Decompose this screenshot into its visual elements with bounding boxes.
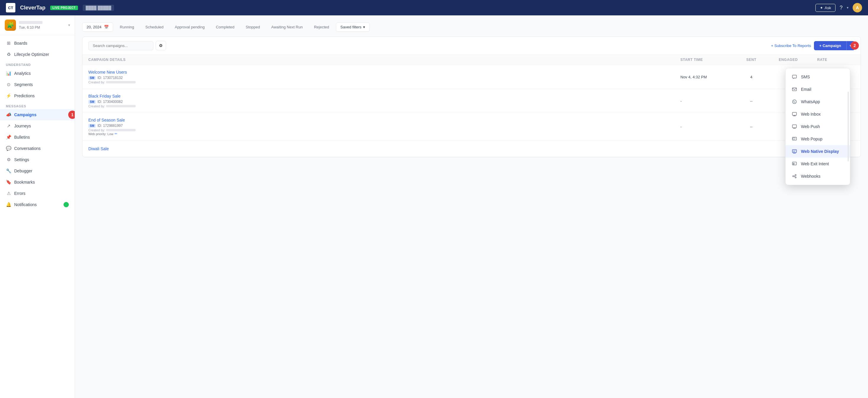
col-actions (837, 58, 855, 62)
debugger-label: Debugger (14, 169, 32, 173)
dropdown-item-web-popup[interactable]: Web Popup (785, 133, 850, 145)
dropdown-item-email[interactable]: Email (785, 83, 850, 95)
sidebar-item-debugger[interactable]: 🔧 Debugger (0, 165, 75, 176)
campaign-name-2[interactable]: Black Friday Sale (88, 94, 680, 98)
col-campaign-details: Campaign Details (88, 58, 680, 62)
sidebar-item-conversations[interactable]: 💬 Conversations (0, 143, 75, 154)
row-2-details: Black Friday Sale SM ID: 1730400082 Crea… (88, 94, 680, 108)
subscribe-to-reports-button[interactable]: + Subscribe To Reports (771, 44, 811, 48)
tab-running[interactable]: Running (116, 23, 138, 32)
saved-filters-button[interactable]: Saved filters ▾ (336, 23, 370, 32)
search-input[interactable] (88, 41, 153, 50)
saved-filters-label: Saved filters (340, 25, 362, 29)
bulletins-label: Bulletins (14, 135, 30, 140)
sidebar-item-campaigns[interactable]: 📣 Campaigns 1 (0, 109, 75, 120)
tab-approval-pending[interactable]: Approval pending (170, 23, 209, 32)
bookmarks-label: Bookmarks (14, 180, 35, 184)
logo-text: CT (8, 6, 13, 10)
tab-completed[interactable]: Completed (212, 23, 239, 32)
sidebar-item-segments[interactable]: ⊙ Segments (0, 79, 75, 90)
filter-icon-button[interactable]: ⚙ (156, 41, 166, 50)
lifecycle-label: Lifecycle Optimizer (14, 52, 49, 57)
filter-bar: 20, 2024 📅 Running Scheduled Approval pe… (82, 23, 861, 32)
profile-section[interactable]: 🧩 Tue, 6:10 PM ▾ (0, 16, 75, 35)
help-button[interactable]: ? (840, 5, 843, 11)
tab-scheduled[interactable]: Scheduled (141, 23, 168, 32)
svg-rect-4 (793, 125, 797, 128)
campaign-meta-2: SM ID: 1730400082 (88, 100, 680, 104)
sm-badge-1: SM (88, 76, 96, 80)
profile-time: Tue, 6:10 PM (19, 25, 65, 30)
sidebar-item-analytics[interactable]: 📊 Analytics (0, 68, 75, 79)
campaigns-label: Campaigns (14, 112, 36, 117)
sidebar-item-errors[interactable]: ⚠ Errors (0, 188, 75, 199)
sent-1: 4 (734, 75, 769, 79)
profile-chevron: ▾ (68, 23, 70, 27)
create-campaign-button[interactable]: + Campaign (814, 41, 846, 50)
tab-rejected[interactable]: Rejected (310, 23, 334, 32)
sidebar-navigation: ⊞ Boards ♻ Lifecycle Optimizer UNDERSTAN… (0, 35, 75, 212)
sidebar-item-bulletins[interactable]: 📌 Bulletins (0, 132, 75, 143)
campaign-meta-1: SM ID: 1730718132 (88, 76, 680, 80)
campaign-meta-3: SM ID: 1729881997 (88, 123, 680, 128)
tab-stopped[interactable]: Stopped (241, 23, 265, 32)
campaign-id-2: ID: 1730400082 (97, 100, 123, 104)
tab-awaiting-next-run[interactable]: Awaiting Next Run (267, 23, 307, 32)
sidebar-item-settings[interactable]: ⚙ Settings (0, 154, 75, 165)
dropdown-item-webhooks[interactable]: Webhooks (785, 170, 850, 182)
dropdown-item-sms[interactable]: SMS (785, 71, 850, 83)
errors-label: Errors (14, 191, 25, 196)
sent-2: -- (734, 99, 769, 103)
ask-button[interactable]: ✦ Ask (815, 4, 836, 12)
sidebar-item-boards[interactable]: ⊞ Boards (0, 37, 75, 49)
boards-icon: ⊞ (6, 40, 11, 46)
chevron-icon: ▾ (847, 6, 848, 10)
webhooks-label: Webhooks (801, 174, 820, 179)
table-header: Campaign Details Start Time Sent Engaged… (83, 55, 861, 65)
web-push-label: Web Push (801, 124, 820, 129)
email-icon (792, 86, 797, 92)
sms-icon (792, 74, 797, 80)
user-avatar[interactable]: A (852, 3, 862, 12)
dropdown-item-whatsapp[interactable]: WhatsApp (785, 95, 850, 108)
profile-name-bar (19, 21, 42, 24)
toolbar-right: + Subscribe To Reports + Campaign ▾ 2 (771, 41, 855, 50)
predictions-label: Predictions (14, 93, 35, 98)
avatar-letter: A (856, 5, 859, 10)
sidebar-item-journeys[interactable]: ↗ Journeys (0, 120, 75, 132)
whatsapp-icon (792, 99, 797, 105)
sidebar-item-lifecycle[interactable]: ♻ Lifecycle Optimizer (0, 49, 75, 60)
notifications-label: Notifications (14, 202, 37, 207)
campaign-type-dropdown: SMS Email WhatsApp Web Inbox Web Push We… (785, 68, 850, 185)
sms-label: SMS (801, 75, 810, 79)
row-1-details: Welcome New Users SM ID: 1730718132 Crea… (88, 70, 680, 84)
bulletins-icon: 📌 (6, 135, 11, 140)
dropdown-item-web-exit-intent[interactable]: Web Exit Intent (785, 158, 850, 170)
bookmarks-icon: 🔖 (6, 179, 11, 185)
sidebar-item-bookmarks[interactable]: 🔖 Bookmarks (0, 176, 75, 188)
dropdown-item-web-push[interactable]: Web Push (785, 120, 850, 133)
campaign-name-4[interactable]: Diwali Sale (88, 146, 680, 151)
created-by-1: Created by: (88, 80, 680, 84)
step-badge-2: 2 (850, 41, 859, 50)
clevertap-logo[interactable]: CT (6, 3, 16, 12)
web-inbox-icon (792, 111, 797, 117)
campaigns-icon: 📣 (6, 112, 11, 117)
sent-3: -- (734, 124, 769, 129)
svg-point-11 (795, 177, 796, 178)
brand-name: CleverTap (20, 5, 45, 11)
svg-rect-3 (793, 112, 797, 115)
sidebar-item-notifications[interactable]: 🔔 Notifications (0, 199, 75, 210)
sidebar-item-predictions[interactable]: ⚡ Predictions (0, 90, 75, 102)
campaign-name-1[interactable]: Welcome New Users (88, 70, 680, 75)
dropdown-item-web-native-display[interactable]: Web Native Display (785, 145, 850, 158)
dropdown-item-web-inbox[interactable]: Web Inbox (785, 108, 850, 120)
web-exit-intent-icon (792, 161, 797, 167)
understand-section-label: UNDERSTAND (0, 60, 75, 68)
date-picker-button[interactable]: 20, 2024 📅 (82, 23, 113, 32)
lifecycle-icon: ♻ (6, 52, 11, 57)
edit-icon[interactable]: ✏ (115, 132, 117, 136)
web-native-display-label: Web Native Display (801, 149, 839, 154)
settings-label: Settings (14, 157, 29, 162)
campaign-name-3[interactable]: End of Season Sale (88, 118, 680, 122)
